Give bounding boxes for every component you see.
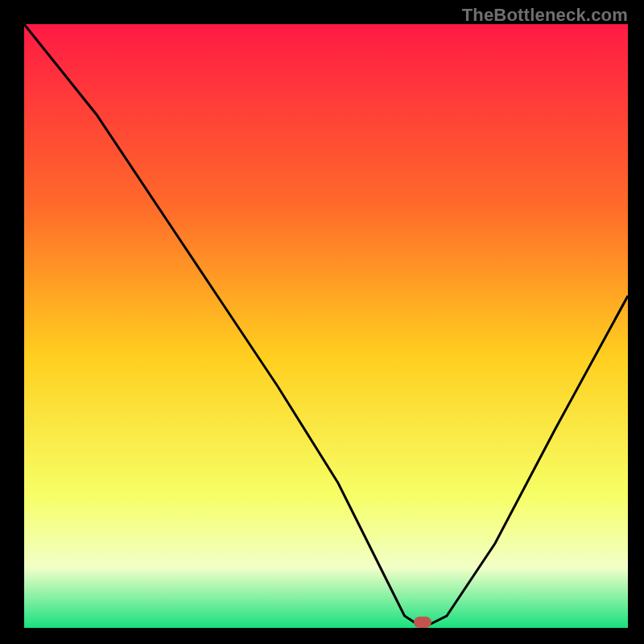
- gradient-background: [24, 24, 628, 628]
- plot-area: [24, 24, 628, 628]
- watermark-text: TheBottleneck.com: [462, 5, 628, 26]
- optimal-marker: [414, 617, 431, 628]
- chart-frame: TheBottleneck.com: [0, 0, 644, 644]
- gradient-plot: [24, 24, 628, 628]
